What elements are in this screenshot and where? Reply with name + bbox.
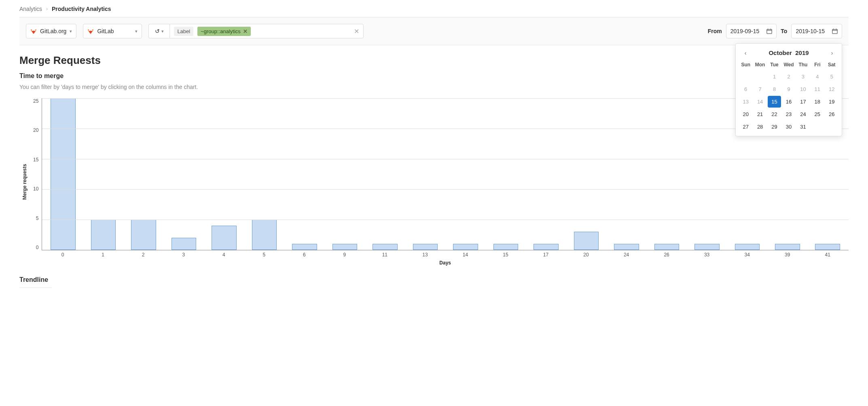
datepicker-day[interactable]: 6 [739, 83, 752, 95]
x-tick: 6 [284, 252, 325, 258]
y-tick: 10 [33, 186, 38, 192]
prev-month-button[interactable]: ‹ [741, 50, 749, 56]
datepicker-day[interactable]: 8 [768, 83, 781, 95]
datepicker-day[interactable]: 16 [782, 96, 795, 108]
from-date-input[interactable]: 2019-09-15 [726, 24, 777, 38]
chart-bar[interactable] [775, 244, 800, 250]
datepicker-day[interactable]: 27 [739, 121, 752, 133]
datepicker-day[interactable]: 2 [782, 71, 795, 82]
to-label: To [781, 28, 787, 34]
date-range: From 2019-09-15 To 2019-10-15 ‹ October … [708, 24, 842, 38]
from-date-value: 2019-09-15 [730, 28, 760, 34]
trendline-divider [19, 288, 52, 288]
datepicker-day[interactable]: 4 [811, 71, 824, 82]
project-dropdown[interactable]: GitLab ▾ [83, 24, 142, 38]
chart-bar[interactable] [413, 244, 438, 250]
page-title: Merge Requests [19, 54, 849, 67]
gridline [42, 159, 849, 159]
x-tick: 34 [727, 252, 767, 258]
x-tick: 13 [405, 252, 445, 258]
chart-bar[interactable] [735, 244, 760, 250]
datepicker-day[interactable]: 10 [796, 83, 810, 95]
gridline [42, 220, 849, 220]
group-dropdown[interactable]: GitLab.org ▾ [26, 24, 76, 38]
x-tick: 26 [646, 252, 687, 258]
label-filter-header: Label [174, 27, 193, 36]
datepicker-day[interactable]: 12 [825, 83, 838, 95]
chart-bar[interactable] [534, 244, 559, 250]
datepicker-title: October 2019 [768, 49, 809, 56]
datepicker-day[interactable]: 14 [753, 96, 766, 108]
chart-bar[interactable] [252, 220, 277, 250]
x-tick: 9 [324, 252, 365, 258]
datepicker-day[interactable]: 31 [796, 121, 810, 133]
datepicker-dow: Sat [825, 60, 838, 70]
gitlab-icon [87, 28, 94, 34]
chart-bar[interactable] [574, 232, 599, 250]
datepicker-day[interactable]: 15 [768, 96, 781, 108]
datepicker-day[interactable]: 26 [825, 108, 838, 120]
x-tick: 1 [83, 252, 123, 258]
x-tick: 2 [123, 252, 163, 258]
chart-bar[interactable] [373, 244, 398, 250]
datepicker-day[interactable]: 5 [825, 71, 838, 82]
y-tick: 20 [33, 127, 38, 133]
datepicker-day[interactable]: 29 [768, 121, 781, 133]
time-to-merge-chart: Merge requests 2520151050 01234569111314… [19, 98, 849, 266]
datepicker-day[interactable]: 3 [796, 71, 810, 82]
trendline-section-title: Trendline [19, 276, 849, 283]
chart-bar[interactable] [694, 244, 720, 250]
datepicker-day[interactable]: 18 [811, 96, 824, 108]
datepicker-day[interactable]: 7 [753, 83, 766, 95]
clear-filter-icon[interactable]: ✕ [354, 27, 359, 35]
datepicker-day[interactable]: 30 [782, 121, 795, 133]
datepicker-day[interactable]: 11 [811, 83, 824, 95]
datepicker-day[interactable]: 19 [825, 96, 838, 108]
x-tick: 24 [606, 252, 647, 258]
datepicker-day[interactable]: 24 [796, 108, 810, 120]
datepicker-day[interactable]: 13 [739, 96, 752, 108]
x-tick: 33 [687, 252, 727, 258]
chart-bar[interactable] [131, 220, 156, 250]
chart-bar[interactable] [815, 244, 840, 250]
chart-hint-text: You can filter by 'days to merge' by cli… [19, 84, 849, 90]
datepicker-day[interactable]: 17 [796, 96, 810, 108]
label-chip: ~group::analytics ✕ [197, 27, 251, 36]
chart-bar[interactable] [493, 244, 519, 250]
chart-bar[interactable] [212, 226, 237, 250]
datepicker-day[interactable]: 22 [768, 108, 781, 120]
chevron-down-icon: ▾ [135, 29, 138, 34]
datepicker-day[interactable]: 28 [753, 121, 766, 133]
datepicker-dow: Mon [753, 60, 766, 70]
chevron-down-icon: ▾ [161, 29, 164, 34]
datepicker-day[interactable]: 23 [782, 108, 795, 120]
gridline [42, 129, 849, 129]
chart-bar[interactable] [654, 244, 680, 250]
chart-bar[interactable] [51, 98, 76, 250]
label-filter-input[interactable]: Label ~group::analytics ✕ ✕ [169, 24, 364, 38]
datepicker-day[interactable]: 9 [782, 83, 795, 95]
chart-bar[interactable] [91, 220, 116, 250]
filter-bar: GitLab.org ▾ GitLab ▾ ↺ ▾ Label ~group::… [19, 17, 849, 45]
datepicker-day[interactable]: 20 [739, 108, 752, 120]
x-tick: 3 [163, 252, 204, 258]
y-tick: 25 [33, 98, 38, 104]
remove-label-icon[interactable]: ✕ [243, 28, 248, 34]
chart-bar[interactable] [453, 244, 478, 250]
chart-bar[interactable] [171, 238, 197, 250]
chart-bar[interactable] [332, 244, 358, 250]
datepicker-day[interactable]: 25 [811, 108, 824, 120]
chart-bar[interactable] [292, 244, 317, 250]
to-date-input[interactable]: 2019-10-15 [791, 24, 842, 38]
breadcrumb: Analytics › Productivity Analytics [19, 4, 849, 17]
datepicker-day[interactable]: 21 [753, 108, 766, 120]
svg-rect-4 [832, 30, 837, 34]
breadcrumb-root[interactable]: Analytics [19, 6, 42, 12]
history-icon: ↺ [155, 28, 160, 34]
datepicker-day[interactable]: 1 [768, 71, 781, 82]
chart-bar[interactable] [614, 244, 639, 250]
project-dropdown-label: GitLab [97, 28, 114, 34]
history-button[interactable]: ↺ ▾ [148, 24, 169, 38]
label-chip-text: ~group::analytics [201, 28, 241, 34]
next-month-button[interactable]: › [828, 50, 836, 56]
